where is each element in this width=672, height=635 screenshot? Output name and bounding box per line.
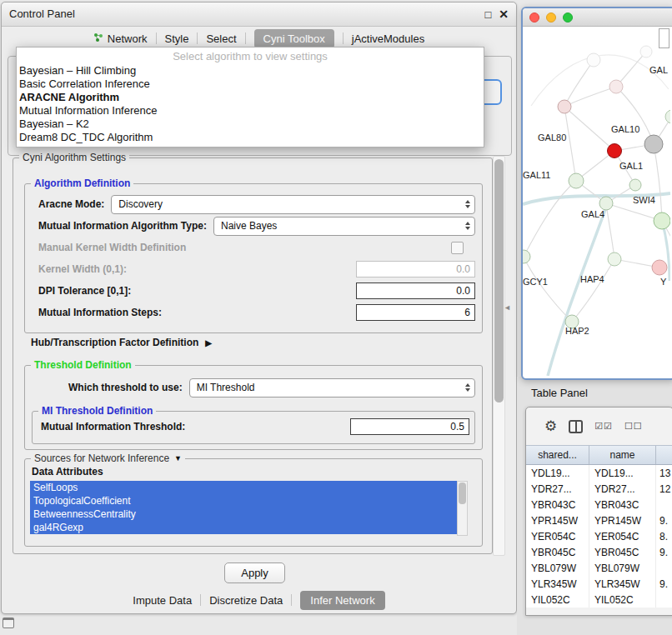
popup-item[interactable]: Mutual Information Inference <box>17 104 484 118</box>
cell[interactable]: YIL052C <box>526 592 589 608</box>
cell[interactable] <box>656 497 672 512</box>
panel-collapse-handle[interactable]: ◄ <box>504 303 511 312</box>
list-item[interactable]: SelfLoops <box>30 481 457 494</box>
tab-discretize-data[interactable]: Discretize Data <box>209 594 283 607</box>
canvas-scrollbar[interactable] <box>659 28 669 48</box>
node-label[interactable]: GAL1 <box>619 161 643 171</box>
network-node-faint[interactable] <box>640 46 652 58</box>
sources-group-title[interactable]: Sources for Network Inference ▼ <box>31 452 185 464</box>
cell[interactable] <box>656 560 672 576</box>
cell[interactable]: YDR27... <box>526 481 589 497</box>
cell[interactable]: YDL19... <box>526 465 589 481</box>
column-browser-icon[interactable] <box>569 420 583 433</box>
cell[interactable] <box>656 592 672 608</box>
attributes-scrollbar[interactable] <box>457 481 468 536</box>
scrollbar-thumb[interactable] <box>459 482 466 504</box>
cell[interactable]: YER054C <box>589 528 656 544</box>
network-node-faint[interactable] <box>587 53 600 67</box>
node-label[interactable]: GAL10 <box>611 124 639 134</box>
node-label[interactable]: GAL4 <box>581 209 604 219</box>
cell[interactable]: YPR145W <box>526 512 589 528</box>
node-label[interactable]: GAL <box>649 65 668 75</box>
table-row[interactable]: YBL079WYBL079W <box>526 560 672 576</box>
gear-icon[interactable]: ⚙ <box>544 419 557 433</box>
cell[interactable]: YBR043C <box>589 497 656 512</box>
node-label[interactable]: GCY1 <box>523 277 548 287</box>
table-row[interactable]: YBR043CYBR043C <box>526 497 672 512</box>
table-row[interactable]: YBR045CYBR045C9. <box>526 544 672 560</box>
network-node-gal10-red[interactable] <box>608 144 622 158</box>
tab-select[interactable]: Select <box>206 32 236 45</box>
unselect-all-columns-icon[interactable]: ☐☐ <box>624 421 643 432</box>
network-node-gal11[interactable] <box>569 173 584 188</box>
column-header[interactable]: shared... <box>526 446 589 464</box>
table-row[interactable]: YER054CYER054C8. <box>526 528 672 544</box>
list-item[interactable]: TopologicalCoefficient <box>30 494 457 508</box>
control-panel-titlebar[interactable]: Control Panel □ ✕ <box>2 2 516 27</box>
cell[interactable]: YBR045C <box>526 544 589 560</box>
popup-item[interactable]: Bayesian – K2 <box>17 118 484 131</box>
network-node-pink[interactable] <box>652 260 667 275</box>
cell[interactable]: 9. <box>656 544 672 560</box>
mi-type-select[interactable]: Naive Bayes <box>213 217 475 236</box>
popup-item[interactable]: Basic Correlation Inference <box>17 78 484 91</box>
network-node-gal[interactable] <box>665 110 670 123</box>
cell[interactable]: 9. <box>656 512 672 528</box>
network-node-pale-pink[interactable] <box>609 80 623 93</box>
cell[interactable]: YBR045C <box>589 544 656 560</box>
cell[interactable]: 13 <box>656 465 672 481</box>
hub-factor-section-header[interactable]: Hub/Transcription Factor Definition ▶ <box>31 337 212 348</box>
network-node-gcy1[interactable] <box>523 250 530 263</box>
cell[interactable]: YBL079W <box>526 560 589 576</box>
float-window-icon[interactable]: □ <box>484 8 491 21</box>
aracne-mode-select[interactable]: Discovery <box>111 195 475 214</box>
select-all-columns-icon[interactable]: ☑☑ <box>594 421 613 432</box>
which-threshold-select[interactable]: MI Threshold <box>189 378 475 398</box>
tab-cyni-toolbox[interactable]: Cyni Toolbox <box>254 29 334 48</box>
cell[interactable]: YIL052C <box>589 592 656 608</box>
node-label[interactable]: GAL80 <box>538 132 566 142</box>
network-node-gal80[interactable] <box>558 100 571 113</box>
network-canvas[interactable]: GAL GAL80 GAL10 GAL11 GAL1 SWI4 GAL4 GCY… <box>523 27 670 376</box>
mi-steps-field[interactable]: 6 <box>356 304 475 321</box>
cell[interactable]: 8. <box>656 528 672 544</box>
close-icon[interactable]: ✕ <box>499 8 509 21</box>
table-row[interactable]: YPR145WYPR145W9. <box>526 512 672 528</box>
tab-infer-network[interactable]: Infer Network <box>300 591 384 610</box>
network-node-hap4[interactable] <box>608 252 621 266</box>
cell[interactable]: YDR27... <box>589 481 656 497</box>
network-node-gal4[interactable] <box>599 197 613 210</box>
popup-item[interactable]: Dream8 DC_TDC Algorithm <box>17 131 484 144</box>
cell[interactable]: YPR145W <box>589 512 656 528</box>
apply-button[interactable]: Apply <box>224 562 285 583</box>
popup-item[interactable]: Bayesian – Hill Climbing <box>17 64 484 78</box>
table-row[interactable]: YIL052CYIL052C <box>526 592 672 608</box>
network-node-swi4[interactable] <box>629 179 641 191</box>
cell[interactable]: 12 <box>656 481 672 497</box>
list-item[interactable]: gal4RGexp <box>30 521 457 534</box>
popup-item-selected[interactable]: ARACNE Algorithm <box>17 91 484 104</box>
cell[interactable]: YBR043C <box>526 497 589 512</box>
table-row[interactable]: YLR345WYLR345W9. <box>526 576 672 592</box>
cell[interactable]: YLR345W <box>589 576 656 592</box>
settings-scrollbar[interactable] <box>493 156 505 556</box>
mi-threshold-field[interactable]: 0.5 <box>350 418 469 435</box>
scrollbar-thumb[interactable] <box>494 159 504 402</box>
network-window-titlebar[interactable] <box>523 8 672 27</box>
node-label[interactable]: Y <box>660 277 666 287</box>
cell[interactable]: YER054C <box>526 528 589 544</box>
node-label[interactable]: SWI4 <box>633 195 655 205</box>
network-node-green-large[interactable] <box>654 212 670 229</box>
zoom-traffic-light-icon[interactable] <box>563 12 573 22</box>
column-header[interactable] <box>656 446 672 464</box>
tab-jactivemodules[interactable]: jActiveModules <box>352 32 424 45</box>
list-item[interactable]: BetweennessCentrality <box>30 508 457 521</box>
column-header[interactable]: name <box>589 446 656 464</box>
network-node-gray[interactable] <box>644 135 663 153</box>
cell[interactable]: YBL079W <box>589 560 656 576</box>
tab-impute-data[interactable]: Impute Data <box>133 594 192 607</box>
minimize-traffic-light-icon[interactable] <box>546 12 556 22</box>
cell[interactable]: YLR345W <box>526 576 589 592</box>
close-traffic-light-icon[interactable] <box>529 12 539 22</box>
dpi-tolerance-field[interactable]: 0.0 <box>356 282 475 299</box>
